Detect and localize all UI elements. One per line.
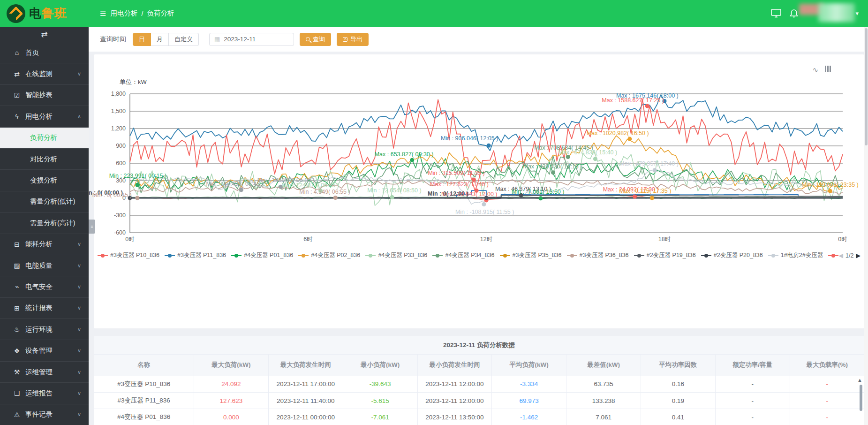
legend-label: #3变压器 P11_836 xyxy=(177,251,226,259)
sidebar-item-9[interactable]: ⊟能耗分析∨ xyxy=(0,234,89,255)
legend-item-6[interactable]: #3变压器 P35_836 xyxy=(500,251,562,259)
sidebar-item-16[interactable]: ❏运维报告∨ xyxy=(0,383,89,404)
page-scrollbar[interactable] xyxy=(864,27,868,425)
sidebar-item-label: 运维报告 xyxy=(25,389,53,398)
bell-icon[interactable] xyxy=(790,9,798,18)
table-row[interactable]: #3变压器 P11_836127.6232023-12-11 11:40:00-… xyxy=(94,392,864,409)
legend-next-icon[interactable]: ▶ xyxy=(856,252,860,259)
table-scrollbar-thumb[interactable] xyxy=(860,385,862,411)
table-cell: -5.615 xyxy=(343,392,417,409)
user-avatar[interactable] xyxy=(818,3,855,22)
table-cell: -7.061 xyxy=(343,409,417,425)
legend-marker-icon xyxy=(98,255,108,256)
table-cell: - xyxy=(790,392,864,409)
ops-management-icon: ⚒ xyxy=(12,368,22,376)
search-icon xyxy=(306,37,310,41)
chevron-icon: ∧ xyxy=(77,114,81,120)
power-quality-icon: ▨ xyxy=(12,262,22,269)
legend-item-0[interactable]: #3变压器 P10_836 xyxy=(98,251,159,259)
electrical-safety-icon: ⌁ xyxy=(12,283,22,290)
legend-item-4[interactable]: #4变压器 P33_836 xyxy=(365,251,427,259)
legend-item-5[interactable]: #4变压器 P34_836 xyxy=(432,251,494,259)
sidebar-item-label: 能耗分析 xyxy=(25,240,53,249)
legend-item-3[interactable]: #4变压器 P02_836 xyxy=(298,251,360,259)
chevron-icon: ∨ xyxy=(77,411,81,417)
sidebar-item-17[interactable]: ⚠事件记录∨ xyxy=(0,404,89,425)
sidebar-item-label: 用电分析 xyxy=(25,112,53,121)
app-header: 电鲁班 ☰ 用电分析 / 负荷分析 ▾ xyxy=(0,0,868,27)
legend-item-7[interactable]: #3变压器 P36_836 xyxy=(567,251,629,259)
sidebar-item-label: 电气安全 xyxy=(25,282,53,291)
legend-item-11[interactable] xyxy=(828,255,838,256)
table-row[interactable]: #3变压器 P10_83624.0922023-12-11 17:00:00-3… xyxy=(94,376,864,392)
sidebar-item-6[interactable]: 变损分析 xyxy=(0,170,89,191)
legend-item-9[interactable]: #2变压器 P20_836 xyxy=(701,251,763,259)
table-col-7: 平均功率因数 xyxy=(641,355,715,376)
legend-item-1[interactable]: #3变压器 P11_836 xyxy=(165,251,226,259)
user-caret-icon[interactable]: ▾ xyxy=(855,10,859,17)
monitor-icon[interactable] xyxy=(771,9,781,18)
time-mode-0[interactable]: 日 xyxy=(133,33,151,46)
sidebar-item-label: 运行环境 xyxy=(25,325,53,334)
time-mode-2[interactable]: 自定义 xyxy=(169,33,199,46)
table-cell: - xyxy=(715,392,790,409)
sidebar-item-5[interactable]: 对比分析 xyxy=(0,149,89,170)
sidebar-item-8[interactable]: 需量分析(高计) xyxy=(0,212,89,234)
sidebar-item-13[interactable]: ♨运行环境∨ xyxy=(0,319,89,340)
chart-legend: #3变压器 P10_836#3变压器 P11_836#4变压器 P01_836#… xyxy=(98,251,860,259)
table-cell: 127.623 xyxy=(194,392,269,409)
time-mode-1[interactable]: 月 xyxy=(151,33,169,46)
sidebar-collapse-toggle[interactable]: ⇄ xyxy=(0,27,89,42)
chevron-icon: ∨ xyxy=(77,369,81,375)
search-button[interactable]: 查询 xyxy=(300,33,331,46)
legend-item-8[interactable]: #2变压器 P19_836 xyxy=(634,251,696,259)
table-scroll-up-icon[interactable]: ▲ xyxy=(857,377,862,383)
device-management-icon: ❖ xyxy=(12,347,22,355)
legend-marker-icon xyxy=(231,255,242,256)
breadcrumb-page: 负荷分析 xyxy=(147,9,174,18)
drawer-handle[interactable]: ≡ xyxy=(89,220,95,234)
menu-list-icon[interactable]: ☰ xyxy=(100,9,106,18)
table-row[interactable]: #4变压器 P01_8360.0002023-12-11 00:00:00-7.… xyxy=(94,409,864,425)
sidebar-item-12[interactable]: ⊞统计报表∨ xyxy=(0,298,89,319)
sidebar-item-7[interactable]: 需量分析(低计) xyxy=(0,191,89,212)
query-time-label: 查询时间 xyxy=(100,35,126,44)
line-chart-toggle-icon[interactable]: ∿ xyxy=(812,66,818,74)
svg-text:1,800: 1,800 xyxy=(111,91,126,97)
sidebar-item-1[interactable]: ⇄在线监测∨ xyxy=(0,63,89,84)
table-cell: 0.19 xyxy=(641,392,715,409)
chevron-icon: ∨ xyxy=(77,348,81,354)
sidebar-item-10[interactable]: ▨电能质量∨ xyxy=(0,255,89,276)
sidebar-item-label: 统计报表 xyxy=(25,304,53,312)
svg-text:12时: 12时 xyxy=(480,236,492,243)
export-button[interactable]: 导出 xyxy=(337,33,369,46)
sidebar-item-11[interactable]: ⌁电气安全∨ xyxy=(0,276,89,297)
legend-prev-icon[interactable]: ◀ xyxy=(838,252,843,259)
breadcrumb-section[interactable]: 用电分析 xyxy=(110,9,137,18)
table-col-3: 最小负荷(kW) xyxy=(343,355,417,376)
table-cell: 2023-12-11 00:00:00 xyxy=(268,409,343,425)
sidebar-item-4[interactable]: 负荷分析 xyxy=(0,128,89,149)
sidebar-item-label: 智能抄表 xyxy=(25,91,53,99)
legend-item-2[interactable]: #4变压器 P01_836 xyxy=(231,251,293,259)
table-cell: 0.16 xyxy=(641,376,715,392)
bar-chart-toggle-icon[interactable] xyxy=(825,66,831,72)
sidebar-item-2[interactable]: ☑智能抄表 xyxy=(0,85,89,106)
sidebar-item-14[interactable]: ❖设备管理∨ xyxy=(0,340,89,361)
time-mode-segment: 日月自定义 xyxy=(133,33,199,46)
chart-unit-label: 单位：kW xyxy=(120,78,147,86)
ops-report-icon: ❏ xyxy=(12,389,22,397)
breadcrumb: ☰ 用电分析 / 负荷分析 xyxy=(100,9,174,18)
sidebar-item-label: 负荷分析 xyxy=(30,133,57,142)
table-cell: - xyxy=(790,376,864,392)
sidebar-item-15[interactable]: ⚒运维管理∨ xyxy=(0,362,89,383)
legend-label: #3变压器 P35_836 xyxy=(513,251,562,259)
legend-label: #2变压器 P20_836 xyxy=(714,251,763,259)
sidebar-item-0[interactable]: ⌂首页 xyxy=(0,42,89,63)
smart-meter-icon: ☑ xyxy=(12,91,22,99)
date-picker[interactable]: ▦ 2023-12-11 xyxy=(209,33,294,46)
sidebar-item-3[interactable]: ϟ用电分析∧ xyxy=(0,106,89,127)
legend-item-10[interactable]: 1#电房2#变压器 xyxy=(768,251,823,259)
load-curve-chart[interactable]: 1,8001,5001,2009006003000-300-6000时6时12时… xyxy=(94,54,864,328)
page-scrollbar-thumb[interactable] xyxy=(865,28,868,145)
